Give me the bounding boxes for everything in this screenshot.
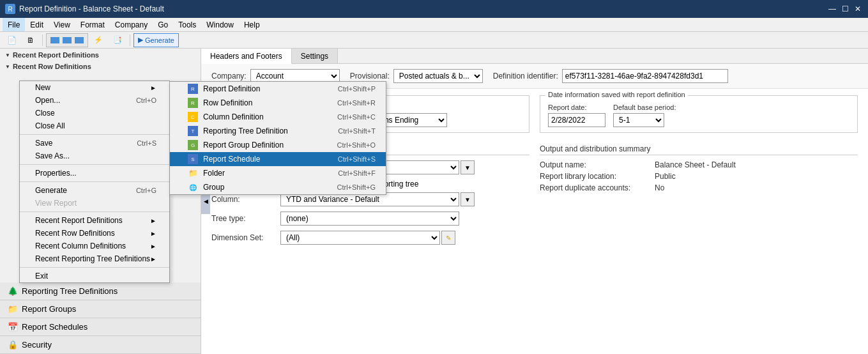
menu-file[interactable]: File: [3, 18, 25, 31]
default-base-period-select[interactable]: 5-1: [613, 113, 664, 127]
app-icon: R: [5, 4, 15, 14]
recent-report-defs-menu-label: Recent Report Definitions: [35, 216, 123, 225]
submenu-tree-def[interactable]: T Reporting Tree Definition Ctrl+Shift+T: [170, 124, 386, 138]
duplicate-accounts-label: Report duplicate accounts:: [540, 183, 655, 192]
menu-format[interactable]: Format: [75, 18, 110, 31]
security-label: Security: [22, 340, 52, 350]
recent-report-defs-arrow: ▼: [5, 52, 10, 58]
submenu-report-def[interactable]: R Report Definition Ctrl+Shift+P: [170, 82, 386, 96]
recent-row-defs-header[interactable]: ▼ Recent Row Definitions: [0, 60, 201, 72]
sidebar-collapse-icon: ◀: [204, 198, 208, 204]
submenu-schedule[interactable]: S Report Schedule Ctrl+Shift+S: [170, 152, 386, 166]
open-label: Open...: [35, 96, 60, 105]
toolbar-btn5[interactable]: 📑: [109, 33, 126, 47]
report-schedules-label: Report Schedules: [22, 322, 88, 332]
report-date-input[interactable]: [548, 113, 605, 127]
file-menu-recent-report-defs[interactable]: Recent Report Definitions ►: [20, 214, 169, 227]
view-report-label: View Report: [35, 199, 77, 208]
folder-label: Folder: [203, 169, 225, 178]
sidebar-item-report-schedules[interactable]: 📅 Report Schedules: [0, 318, 201, 336]
menu-sep2: [20, 164, 169, 165]
file-menu-dropdown: New ► R Report Definition Ctrl+Shift+P R…: [19, 81, 170, 283]
schedule-icon: S: [188, 154, 198, 164]
provisional-select[interactable]: Posted actuals & b...: [393, 69, 483, 83]
exit-label: Exit: [35, 272, 48, 281]
report-groups-label: Report Groups: [22, 304, 76, 314]
toolbar-sep1: [42, 35, 43, 46]
globe-icon: 🌐: [188, 182, 198, 192]
minimize-button[interactable]: —: [827, 4, 837, 14]
submenu-col-def[interactable]: C Column Definition Ctrl+Shift+C: [170, 110, 386, 124]
group-label: Group: [203, 183, 224, 192]
file-menu-save[interactable]: Save Ctrl+S: [20, 137, 169, 150]
file-menu-properties[interactable]: Properties...: [20, 167, 169, 180]
menu-edit[interactable]: Edit: [25, 18, 49, 31]
duplicate-accounts-row: Report duplicate accounts: No: [540, 183, 858, 192]
provisional-label: Provisional:: [350, 72, 390, 81]
generate-shortcut: Ctrl+G: [136, 187, 156, 194]
menu-tools[interactable]: Tools: [173, 18, 201, 31]
menu-view[interactable]: View: [49, 18, 75, 31]
file-menu-recent-col-defs[interactable]: Recent Column Definitions ►: [20, 240, 169, 252]
tab-headers-footers[interactable]: Headers and Footers: [201, 49, 292, 64]
sidebar-item-reporting-tree[interactable]: 🌲 Reporting Tree Definitions: [0, 282, 201, 300]
file-menu-view-report[interactable]: View Report: [20, 197, 169, 210]
maximize-button[interactable]: ☐: [840, 4, 850, 14]
close-button[interactable]: ✕: [853, 4, 863, 14]
file-menu-recent-row-defs[interactable]: Recent Row Definitions ►: [20, 227, 169, 240]
submenu-group-def[interactable]: G Report Group Definition Ctrl+Shift+O: [170, 138, 386, 152]
dimension-set-edit-button[interactable]: ✎: [441, 231, 455, 245]
file-menu-open[interactable]: Open... Ctrl+O: [20, 94, 169, 107]
generate-label: Generate: [145, 36, 174, 44]
tree-def-label: Reporting Tree Definition: [203, 127, 288, 135]
generate-button[interactable]: ▶ Generate: [133, 33, 179, 47]
sidebar-item-security[interactable]: 🔒 Security: [0, 336, 201, 354]
file-menu-close-all[interactable]: Close All: [20, 119, 169, 132]
file-menu-exit[interactable]: Exit: [20, 270, 169, 282]
save-as-label: Save As...: [35, 151, 70, 160]
file-menu-close[interactable]: Close: [20, 107, 169, 119]
file-menu-new[interactable]: New ► R Report Definition Ctrl+Shift+P R…: [20, 81, 169, 94]
file-menu-recent-tree-defs[interactable]: Recent Reporting Tree Definitions ►: [20, 252, 169, 265]
dimension-set-select[interactable]: (All): [280, 231, 440, 245]
report-groups-icon: 📁: [8, 304, 18, 314]
toolbar-btn3[interactable]: [46, 33, 88, 47]
definition-id-input[interactable]: [562, 69, 728, 83]
report-library-row: Report library location: Public: [540, 172, 858, 181]
menu-sep4: [20, 212, 169, 212]
recent-tree-defs-menu-label: Recent Reporting Tree Definitions: [35, 254, 150, 263]
window-title: Report Definition - Balance Sheet - Defa…: [19, 4, 164, 13]
menu-company[interactable]: Company: [110, 18, 153, 31]
date-saved-label: Date information saved with report defin…: [545, 91, 688, 98]
menu-go[interactable]: Go: [153, 18, 173, 31]
menu-help[interactable]: Help: [239, 18, 265, 31]
column-label: Column:: [211, 195, 275, 204]
row-icon-button[interactable]: ▼: [461, 160, 475, 174]
recent-row-defs-menu-label: Recent Row Definitions: [35, 229, 115, 238]
recent-row-arrow: ►: [150, 230, 156, 237]
new-arrow-icon: ►: [150, 84, 156, 91]
toolbar-sep2: [130, 35, 130, 46]
date-saved-section: Date information saved with report defin…: [540, 95, 858, 133]
file-menu-generate[interactable]: Generate Ctrl+G: [20, 184, 169, 197]
file-menu-save-as[interactable]: Save As...: [20, 150, 169, 162]
toolbar-btn4[interactable]: ⚡: [89, 33, 107, 47]
save-shortcut: Ctrl+S: [137, 139, 156, 147]
toolbar-btn2[interactable]: 🗎: [22, 33, 39, 47]
toolbar-btn1[interactable]: 📄: [3, 33, 21, 47]
recent-report-defs-header[interactable]: ▼ Recent Report Definitions: [0, 49, 201, 60]
col-def-label: Column Definition: [203, 112, 264, 121]
recent-row-defs-label: Recent Row Definitions: [13, 63, 91, 70]
recent-col-defs-menu-label: Recent Column Definitions: [35, 242, 126, 250]
submenu-group[interactable]: 🌐 Group Ctrl+Shift+G: [170, 180, 386, 194]
column-icon-button[interactable]: ▼: [461, 192, 475, 206]
schedule-shortcut: Ctrl+Shift+S: [338, 155, 376, 163]
sidebar-item-report-groups[interactable]: 📁 Report Groups: [0, 300, 201, 318]
recent-row-defs-arrow: ▼: [5, 64, 10, 70]
tab-settings[interactable]: Settings: [292, 49, 338, 63]
new-item-label: New: [35, 83, 50, 92]
tree-type-select[interactable]: (none): [280, 212, 459, 226]
submenu-row-def[interactable]: R Row Definition Ctrl+Shift+R: [170, 96, 386, 110]
menu-window[interactable]: Window: [201, 18, 239, 31]
submenu-folder[interactable]: 📁 Folder Ctrl+Shift+F: [170, 166, 386, 180]
